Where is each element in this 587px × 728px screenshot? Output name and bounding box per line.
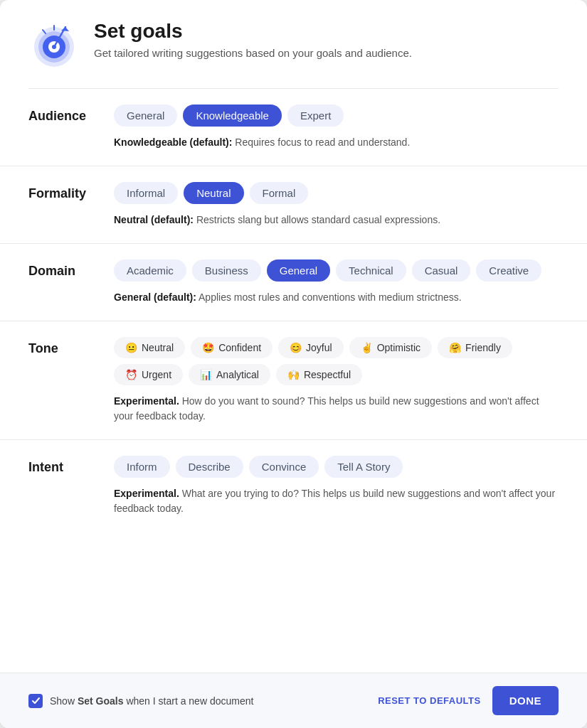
formality-label: Formality xyxy=(28,186,114,201)
intent-desc-experimental: Experimental. xyxy=(114,488,179,499)
audience-chip-knowledgeable[interactable]: Knowledgeable xyxy=(183,105,282,127)
intent-desc-text: What are you trying to do? This helps us… xyxy=(114,488,555,514)
domain-desc-bold: General (default): xyxy=(114,291,196,303)
footer-right: RESET TO DEFAULTS DONE xyxy=(378,686,559,715)
tone-emoji-friendly: 🤗 xyxy=(449,342,461,353)
intent-chip-tell-a-story[interactable]: Tell A Story xyxy=(324,456,403,478)
formality-desc-bold: Neutral (default): xyxy=(114,214,194,225)
audience-section: Audience General Knowledgeable Expert Kn… xyxy=(0,89,587,166)
formality-chip-formal[interactable]: Formal xyxy=(250,182,309,204)
intent-description: Experimental. What are you trying to do?… xyxy=(114,486,559,516)
intent-chip-inform[interactable]: Inform xyxy=(114,456,170,478)
tone-chip-urgent[interactable]: ⏰ Urgent xyxy=(114,364,183,385)
formality-section: Formality Informal Neutral Formal Neutra… xyxy=(0,166,587,244)
intent-chip-convince[interactable]: Convince xyxy=(249,456,319,478)
tone-chip-optimistic[interactable]: ✌️ Optimistic xyxy=(349,337,432,358)
formality-content: Informal Neutral Formal Neutral (default… xyxy=(114,182,559,228)
tone-emoji-neutral: 😐 xyxy=(125,342,137,353)
page-subtitle: Get tailored writing suggestions based o… xyxy=(94,47,412,59)
formality-description: Neutral (default): Restricts slang but a… xyxy=(114,213,559,228)
intent-section: Intent Inform Describe Convince Tell A S… xyxy=(0,440,587,532)
tone-emoji-confident: 🤩 xyxy=(202,342,214,353)
tone-section: Tone 😐 Neutral 🤩 Confident 😊 Joyful ✌️ O… xyxy=(0,321,587,440)
domain-description: General (default): Applies most rules an… xyxy=(114,290,559,305)
formality-chip-informal[interactable]: Informal xyxy=(114,182,178,204)
domain-section: Domain Academic Business General Technic… xyxy=(0,244,587,321)
domain-chip-casual[interactable]: Casual xyxy=(412,259,471,282)
domain-chips: Academic Business General Technical Casu… xyxy=(114,259,559,282)
audience-content: General Knowledgeable Expert Knowledgeab… xyxy=(114,105,559,150)
domain-chip-technical[interactable]: Technical xyxy=(336,259,406,282)
tone-chip-respectful[interactable]: 🙌 Respectful xyxy=(276,364,362,385)
audience-chip-expert[interactable]: Expert xyxy=(287,105,344,127)
domain-content: Academic Business General Technical Casu… xyxy=(114,259,559,305)
reset-button[interactable]: RESET TO DEFAULTS xyxy=(378,695,481,706)
audience-chip-general[interactable]: General xyxy=(114,105,177,127)
footer-set-goals-bold: Set Goals xyxy=(78,695,124,707)
tone-label: Tone xyxy=(28,341,114,356)
intent-chip-describe[interactable]: Describe xyxy=(176,456,243,478)
audience-description: Knowledgeable (default): Requires focus … xyxy=(114,135,559,150)
domain-chip-creative[interactable]: Creative xyxy=(476,259,541,282)
intent-content: Inform Describe Convince Tell A Story Ex… xyxy=(114,456,559,516)
footer-checkbox-label: Show Set Goals when I start a new docume… xyxy=(50,695,253,707)
domain-chip-academic[interactable]: Academic xyxy=(114,259,186,282)
tone-emoji-optimistic: ✌️ xyxy=(361,342,373,353)
tone-chip-analytical[interactable]: 📊 Analytical xyxy=(189,364,270,385)
formality-desc-text: Restricts slang but allows standard casu… xyxy=(196,214,440,225)
audience-desc-bold: Knowledgeable (default): xyxy=(114,136,232,148)
done-button[interactable]: DONE xyxy=(492,686,559,715)
tone-emoji-analytical: 📊 xyxy=(200,369,212,380)
tone-description: Experimental. How do you want to sound? … xyxy=(114,394,559,424)
tone-chip-neutral[interactable]: 😐 Neutral xyxy=(114,337,185,358)
tone-chip-confident[interactable]: 🤩 Confident xyxy=(191,337,273,358)
tone-emoji-respectful: 🙌 xyxy=(287,369,300,380)
intent-label: Intent xyxy=(28,460,114,475)
footer-left: Show Set Goals when I start a new docume… xyxy=(28,694,253,708)
header-section: Set goals Get tailored writing suggestio… xyxy=(0,0,587,88)
domain-chip-business[interactable]: Business xyxy=(192,259,261,282)
tone-chips: 😐 Neutral 🤩 Confident 😊 Joyful ✌️ Optimi… xyxy=(114,337,559,385)
tone-emoji-urgent: ⏰ xyxy=(125,369,137,380)
audience-chips: General Knowledgeable Expert xyxy=(114,105,559,127)
audience-desc-text: Requires focus to read and understand. xyxy=(235,136,410,148)
tone-chip-friendly[interactable]: 🤗 Friendly xyxy=(438,337,512,358)
tone-emoji-joyful: 😊 xyxy=(290,342,302,353)
page-title: Set goals xyxy=(94,20,412,43)
header-text: Set goals Get tailored writing suggestio… xyxy=(94,20,412,59)
tone-content: 😐 Neutral 🤩 Confident 😊 Joyful ✌️ Optimi… xyxy=(114,337,559,424)
tone-desc-experimental: Experimental. xyxy=(114,395,179,407)
domain-chip-general[interactable]: General xyxy=(267,259,330,282)
audience-label: Audience xyxy=(28,109,114,124)
intent-chips: Inform Describe Convince Tell A Story xyxy=(114,456,559,478)
tone-chip-joyful[interactable]: 😊 Joyful xyxy=(278,337,344,358)
show-goals-checkbox[interactable] xyxy=(28,694,43,708)
domain-label: Domain xyxy=(28,264,114,279)
formality-chips: Informal Neutral Formal xyxy=(114,182,559,204)
footer: Show Set Goals when I start a new docume… xyxy=(0,673,587,728)
formality-chip-neutral[interactable]: Neutral xyxy=(184,182,243,204)
goals-icon xyxy=(28,20,80,71)
main-card: Set goals Get tailored writing suggestio… xyxy=(0,0,587,728)
domain-desc-text: Applies most rules and conventions with … xyxy=(199,291,462,303)
